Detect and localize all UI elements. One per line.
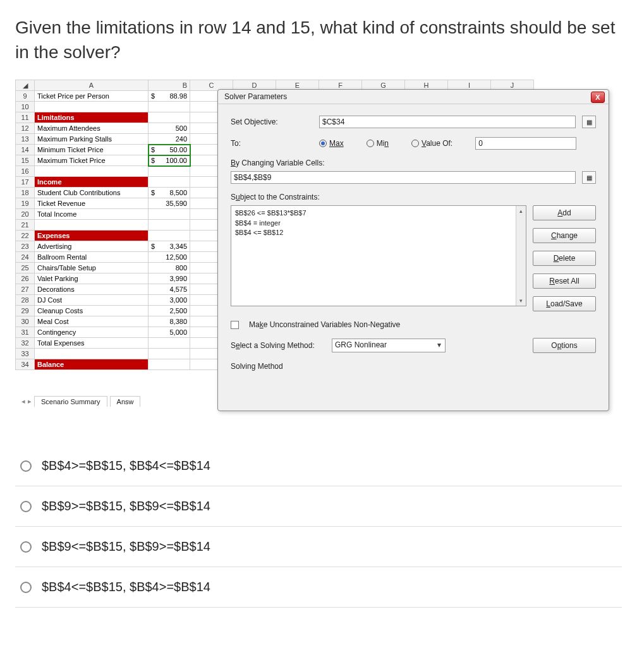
cell[interactable]: Meal Cost <box>35 316 149 327</box>
tab-nav-prev[interactable]: ◂ <box>21 397 25 405</box>
cell[interactable]: Chairs/Table Setup <box>35 263 149 273</box>
row-header[interactable]: 26 <box>16 273 35 284</box>
cell[interactable]: $8,500 <box>149 188 190 198</box>
row-header[interactable]: 28 <box>16 295 35 306</box>
cell[interactable]: Maximum Attendees <box>35 123 149 134</box>
cell[interactable]: 2,500 <box>149 306 190 316</box>
cell[interactable]: Advertising <box>35 241 149 252</box>
cell[interactable]: 800 <box>149 263 190 273</box>
cell[interactable]: Cleanup Costs <box>35 306 149 316</box>
row-header[interactable]: 21 <box>16 220 35 231</box>
row-header[interactable]: 18 <box>16 188 35 198</box>
cell[interactable]: Ballroom Rental <box>35 252 149 263</box>
cell[interactable]: 12,500 <box>149 252 190 263</box>
row-header[interactable]: 10 <box>16 102 35 112</box>
cell[interactable]: Student Club Contributions <box>35 188 149 198</box>
radio-min[interactable]: Min <box>367 139 389 148</box>
row-header[interactable]: 17 <box>16 177 35 188</box>
cell[interactable]: 240 <box>149 134 190 145</box>
add-button[interactable]: Add <box>533 205 596 220</box>
sheet-tab[interactable]: Scenario Summary <box>34 396 107 407</box>
cell[interactable]: Income <box>35 177 149 188</box>
range-picker-icon[interactable]: ▦ <box>582 116 596 128</box>
row-header[interactable]: 24 <box>16 252 35 263</box>
cell[interactable]: DJ Cost <box>35 295 149 306</box>
row-header[interactable]: 20 <box>16 209 35 220</box>
cell[interactable]: 500 <box>149 123 190 134</box>
select-all-cell[interactable]: ◢ <box>16 80 35 91</box>
cell[interactable]: Maximum Parking Stalls <box>35 134 149 145</box>
valueof-input[interactable]: 0 <box>475 137 576 150</box>
cell[interactable]: Ticket Price per Person <box>35 91 149 102</box>
options-button[interactable]: Options <box>533 338 596 353</box>
cell[interactable] <box>149 231 190 241</box>
cell[interactable] <box>149 102 190 112</box>
radio-max[interactable]: Max <box>319 139 344 148</box>
row-header[interactable]: 25 <box>16 263 35 273</box>
cell[interactable] <box>149 166 190 177</box>
constraints-listbox[interactable]: $B$26 <= $B$13*$B$7 $B$4 = integer $B$4 … <box>231 205 526 306</box>
row-header[interactable]: 19 <box>16 198 35 209</box>
col-header[interactable]: A <box>35 80 149 91</box>
row-header[interactable]: 30 <box>16 316 35 327</box>
delete-button[interactable]: Delete <box>533 251 596 266</box>
solving-method-select[interactable]: GRG Nonlinear <box>332 339 446 352</box>
cell[interactable] <box>35 102 149 112</box>
radio-valueof[interactable]: Value Of: <box>411 139 452 148</box>
scrollbar[interactable]: ▴▾ <box>516 206 526 306</box>
row-header[interactable]: 34 <box>16 359 35 370</box>
cell[interactable]: $100.00 <box>149 155 190 166</box>
row-header[interactable]: 22 <box>16 231 35 241</box>
row-header[interactable]: 13 <box>16 134 35 145</box>
cell[interactable]: Total Income <box>35 209 149 220</box>
cell[interactable]: 3,000 <box>149 295 190 306</box>
cell[interactable]: $50.00 <box>149 145 190 155</box>
cell[interactable] <box>149 349 190 359</box>
cell[interactable] <box>149 359 190 370</box>
cell[interactable] <box>35 220 149 231</box>
cell[interactable]: Ticket Revenue <box>35 198 149 209</box>
row-header[interactable]: 32 <box>16 338 35 349</box>
row-header[interactable]: 33 <box>16 349 35 359</box>
option-c[interactable]: $B$9<=$B$15, $B$9>=$B$14 <box>15 527 622 567</box>
tab-nav-next[interactable]: ▸ <box>28 397 32 405</box>
cell[interactable]: 35,590 <box>149 198 190 209</box>
cell[interactable] <box>35 166 149 177</box>
cell[interactable] <box>35 349 149 359</box>
bychanging-input[interactable]: $B$4,$B$9 <box>231 171 576 184</box>
load-save-button[interactable]: Load/Save <box>533 296 596 311</box>
option-d[interactable]: $B$4<=$B$15, $B$4>=$B$14 <box>15 567 622 608</box>
reset-all-button[interactable]: Reset All <box>533 273 596 289</box>
row-header[interactable]: 9 <box>16 91 35 102</box>
row-header[interactable]: 15 <box>16 155 35 166</box>
constraint-item[interactable]: $B$26 <= $B$13*$B$7 <box>235 208 522 218</box>
cell[interactable]: 5,000 <box>149 327 190 338</box>
cell[interactable]: Expenses <box>35 231 149 241</box>
close-icon[interactable]: X <box>591 92 605 103</box>
cell[interactable] <box>149 338 190 349</box>
cell[interactable]: Minimum Ticket Price <box>35 145 149 155</box>
col-header[interactable]: B <box>149 80 190 91</box>
cell[interactable] <box>149 209 190 220</box>
cell[interactable] <box>149 112 190 123</box>
sheet-tab[interactable]: Answ <box>110 396 141 407</box>
cell[interactable]: 3,990 <box>149 273 190 284</box>
row-header[interactable]: 23 <box>16 241 35 252</box>
cell[interactable]: $3,345 <box>149 241 190 252</box>
row-header[interactable]: 16 <box>16 166 35 177</box>
constraint-item[interactable]: $B$4 = integer <box>235 219 522 228</box>
cell[interactable]: Decorations <box>35 284 149 295</box>
cell[interactable] <box>149 220 190 231</box>
row-header[interactable]: 11 <box>16 112 35 123</box>
row-header[interactable]: 31 <box>16 327 35 338</box>
cell[interactable]: Limitations <box>35 112 149 123</box>
option-a[interactable]: $B$4>=$B$15, $B$4<=$B$14 <box>15 446 622 486</box>
cell[interactable]: $88.98 <box>149 91 190 102</box>
cell[interactable]: Contingency <box>35 327 149 338</box>
cell[interactable]: 4,575 <box>149 284 190 295</box>
cell[interactable] <box>149 177 190 188</box>
set-objective-input[interactable]: $C$34 <box>319 116 576 128</box>
range-picker-icon[interactable]: ▦ <box>582 171 596 184</box>
row-header[interactable]: 27 <box>16 284 35 295</box>
change-button[interactable]: Change <box>533 228 596 243</box>
